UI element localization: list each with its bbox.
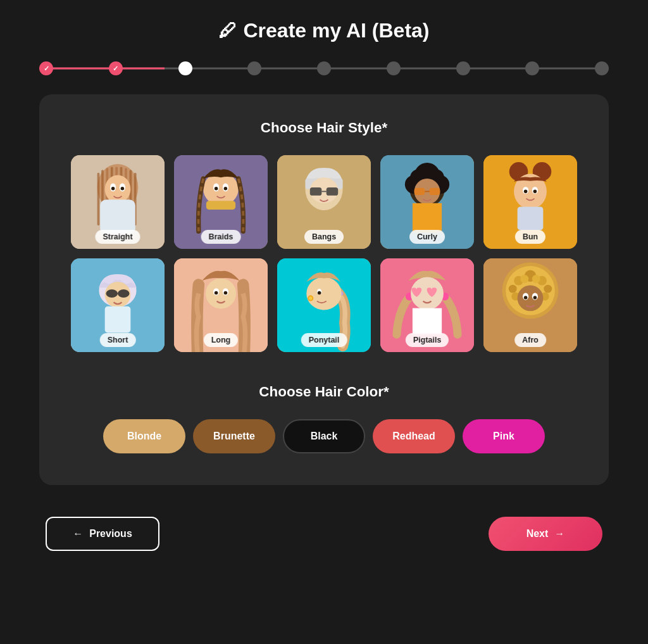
hair-color-title: Choose Hair Color* <box>71 384 577 400</box>
color-btn-black[interactable]: Black <box>283 419 365 453</box>
svg-rect-41 <box>430 188 440 195</box>
svg-point-57 <box>118 289 130 298</box>
step-4[interactable] <box>247 61 261 75</box>
svg-point-65 <box>224 291 228 295</box>
svg-point-50 <box>524 190 528 194</box>
hair-label-long: Long <box>204 333 238 347</box>
svg-point-56 <box>106 289 118 298</box>
svg-point-18 <box>203 173 239 206</box>
hair-style-grid: Straight Braids <box>71 155 577 352</box>
svg-rect-59 <box>105 306 131 333</box>
svg-point-61 <box>206 278 236 308</box>
svg-rect-29 <box>327 187 339 196</box>
arrow-left-icon: ← <box>73 528 83 540</box>
hair-option-afro[interactable]: Afro <box>483 258 577 352</box>
svg-rect-40 <box>414 188 425 195</box>
main-card: Choose Hair Style* <box>39 94 609 485</box>
hair-option-short[interactable]: Short <box>71 258 165 352</box>
svg-point-89 <box>520 275 528 283</box>
svg-rect-23 <box>206 201 235 210</box>
svg-point-71 <box>318 291 321 295</box>
hair-style-title: Choose Hair Style* <box>71 120 577 136</box>
svg-rect-2 <box>97 173 100 225</box>
title-icon: 🖊 <box>218 20 237 41</box>
hair-option-braids[interactable]: Braids <box>174 155 268 249</box>
progress-bar: ✓ ✓ <box>39 61 609 75</box>
previous-label: Previous <box>89 528 132 540</box>
hair-label-straight: Straight <box>95 230 140 244</box>
svg-point-21 <box>215 187 218 191</box>
hair-option-long[interactable]: Long <box>174 258 268 352</box>
svg-point-94 <box>524 296 528 300</box>
hair-label-curly: Curly <box>409 230 445 244</box>
hair-option-ponytail[interactable]: Ponytail <box>277 258 371 352</box>
color-btn-blonde[interactable]: Blonde <box>103 419 185 453</box>
svg-point-11 <box>105 175 131 203</box>
svg-point-73 <box>309 296 313 300</box>
svg-point-95 <box>533 296 537 300</box>
previous-button[interactable]: ← Previous <box>46 517 159 551</box>
svg-rect-43 <box>413 203 442 232</box>
arrow-right-icon: → <box>554 528 564 540</box>
progress-steps: ✓ ✓ <box>39 61 609 75</box>
navigation-buttons: ← Previous Next → <box>39 517 609 551</box>
hair-label-braids: Braids <box>201 230 241 244</box>
svg-rect-28 <box>310 187 322 196</box>
hair-option-curly[interactable]: Curly <box>380 155 474 249</box>
svg-rect-52 <box>518 206 544 230</box>
hair-label-pigtails: Pigtails <box>406 333 449 347</box>
hair-label-ponytail: Ponytail <box>301 333 347 347</box>
hair-label-bun: Bun <box>515 230 545 244</box>
hair-label-afro: Afro <box>514 333 546 347</box>
svg-point-15 <box>121 187 125 191</box>
step-3[interactable] <box>178 61 192 75</box>
hair-label-short: Short <box>100 333 136 347</box>
svg-point-51 <box>533 190 537 194</box>
step-8[interactable] <box>525 61 539 75</box>
hair-option-straight[interactable]: Straight <box>71 155 165 249</box>
hair-option-bun[interactable]: Bun <box>483 155 577 249</box>
step-5[interactable] <box>317 61 331 75</box>
svg-point-22 <box>224 187 228 191</box>
hair-option-bangs[interactable]: Bangs <box>277 155 371 249</box>
color-btn-redhead[interactable]: Redhead <box>373 419 455 453</box>
svg-point-14 <box>111 187 115 191</box>
svg-point-85 <box>509 285 517 293</box>
hair-label-bangs: Bangs <box>304 230 344 244</box>
hair-option-pigtails[interactable]: Pigtails <box>380 258 474 352</box>
step-2[interactable]: ✓ <box>109 61 123 75</box>
hair-color-buttons: Blonde Brunette Black Redhead Pink <box>71 419 577 453</box>
step-7[interactable] <box>456 61 470 75</box>
step-6[interactable] <box>387 61 401 75</box>
step-9[interactable] <box>595 61 609 75</box>
svg-point-64 <box>215 291 218 295</box>
svg-point-86 <box>544 285 552 293</box>
svg-rect-78 <box>413 308 442 335</box>
svg-point-90 <box>532 275 540 283</box>
next-button[interactable]: Next → <box>489 517 602 551</box>
page-title: 🖊 Create my AI (Beta) <box>218 19 429 42</box>
step-1[interactable]: ✓ <box>39 61 53 75</box>
color-btn-pink[interactable]: Pink <box>463 419 545 453</box>
next-label: Next <box>526 528 549 540</box>
color-btn-brunette[interactable]: Brunette <box>193 419 275 453</box>
